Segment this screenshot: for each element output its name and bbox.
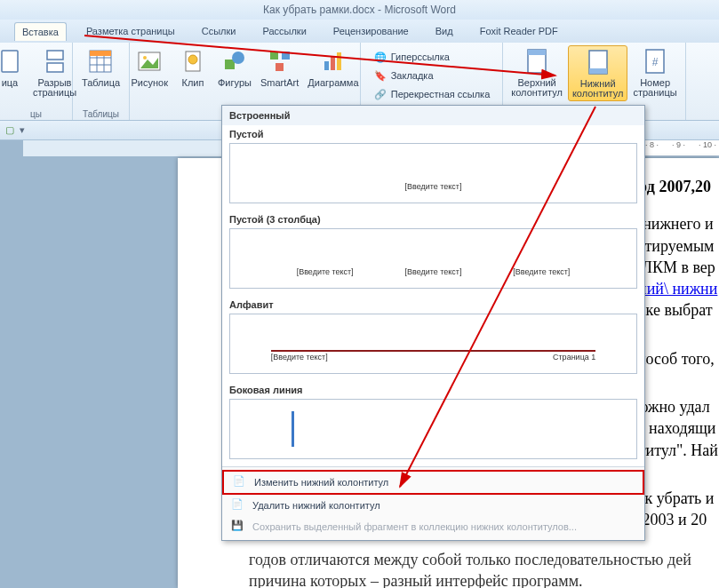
window-title: Как убрать рамки.docx - Microsoft Word <box>0 0 719 20</box>
label: Диаграмма <box>308 77 358 88</box>
svg-point-11 <box>143 56 147 60</box>
svg-rect-20 <box>331 56 335 70</box>
group-tables: Таблица Таблицы <box>73 43 130 120</box>
tab-insert[interactable]: Вставка <box>14 22 67 41</box>
picture-icon <box>135 47 164 75</box>
label: Клип <box>182 77 204 88</box>
cover-page-button[interactable]: ица <box>0 45 28 90</box>
tab-mailings[interactable]: Рассылки <box>255 22 313 40</box>
svg-point-15 <box>232 52 244 64</box>
chart-icon <box>319 47 348 75</box>
bookmark-button[interactable]: 🔖Закладка <box>370 68 437 83</box>
svg-rect-2 <box>47 63 63 72</box>
page-number-icon: # <box>641 47 669 75</box>
tab-references[interactable]: Ссылки <box>195 22 244 40</box>
label: Таблица <box>82 77 120 88</box>
footer-button[interactable]: Нижнийколонтитул <box>568 45 628 101</box>
svg-rect-18 <box>276 63 284 71</box>
page-number-button[interactable]: #Номерстраницы <box>629 45 680 99</box>
document-text-bottom: годов отличаются между собой только посл… <box>249 549 719 588</box>
smartart-icon <box>266 47 294 75</box>
page-icon <box>0 47 24 75</box>
group-label: Таблицы <box>83 107 119 119</box>
footer-icon <box>584 48 612 76</box>
group-pages: ица Разрыв страницы цы <box>0 43 73 120</box>
tab-view[interactable]: Вид <box>428 22 460 40</box>
qat-icon[interactable]: ▢ <box>5 124 14 136</box>
label: Фигуры <box>218 77 252 88</box>
smartart-button[interactable]: SmartArt <box>257 45 302 90</box>
preset-alphabet[interactable]: Алфавит [Введите текст]Страница 1 <box>222 296 644 381</box>
shapes-icon <box>220 47 249 75</box>
label: страницы <box>33 87 76 98</box>
header-icon <box>523 47 551 75</box>
svg-text:#: # <box>652 56 659 68</box>
label: Рисунок <box>131 77 168 88</box>
svg-rect-23 <box>528 50 546 55</box>
svg-rect-8 <box>90 51 111 56</box>
save-icon: 💾 <box>231 520 245 534</box>
clip-button[interactable]: Клип <box>173 45 212 90</box>
edit-icon: 📄 <box>233 475 247 489</box>
svg-rect-25 <box>589 68 607 74</box>
table-button[interactable]: Таблица <box>78 45 124 90</box>
preset-blank[interactable]: Пустой [Введите текст] <box>222 125 644 211</box>
globe-icon: 🌐 <box>373 50 387 64</box>
tab-page-layout[interactable]: Разметка страницы <box>79 22 182 40</box>
label: ица <box>2 77 19 88</box>
clip-icon <box>179 47 207 75</box>
preset-sideline[interactable]: Боковая линия <box>222 381 644 466</box>
svg-rect-17 <box>282 52 290 60</box>
svg-rect-16 <box>270 52 278 60</box>
remove-footer-item[interactable]: 📄 Удалить нижний колонтитул <box>222 495 644 516</box>
edit-footer-item[interactable]: 📄 Изменить нижний колонтитул <box>222 470 644 495</box>
svg-rect-0 <box>2 51 18 72</box>
delete-icon: 📄 <box>231 498 245 513</box>
group-label: цы <box>30 107 42 119</box>
tab-foxit[interactable]: Foxit Reader PDF <box>473 22 565 40</box>
svg-rect-19 <box>324 61 329 70</box>
tab-review[interactable]: Рецензирование <box>326 22 416 40</box>
footer-gallery-dropdown: Встроенный Пустой [Введите текст] Пустой… <box>221 105 645 541</box>
shapes-button[interactable]: Фигуры <box>214 45 255 90</box>
hyperlink-button[interactable]: 🌐Гиперссылка <box>370 49 453 65</box>
cross-ref-icon: 🔗 <box>373 87 387 101</box>
picture-button[interactable]: Рисунок <box>127 45 172 90</box>
page-break-icon <box>41 47 69 75</box>
svg-point-13 <box>188 55 197 64</box>
table-icon <box>86 47 115 75</box>
ribbon-tabs: Вставка Разметка страницы Ссылки Рассылк… <box>0 20 719 43</box>
bookmark-icon: 🔖 <box>373 68 387 83</box>
svg-rect-1 <box>47 51 63 60</box>
label: SmartArt <box>260 77 299 88</box>
save-selection-item: 💾 Сохранить выделенный фрагмент в коллек… <box>222 516 644 537</box>
chart-button[interactable]: Диаграмма <box>304 45 362 90</box>
svg-rect-21 <box>337 52 341 70</box>
preset-blank-3col[interactable]: Пустой (3 столбца) [Введите текст][Введи… <box>222 211 644 296</box>
gallery-header: Встроенный <box>222 106 644 125</box>
qat-dropdown[interactable]: ▾ <box>20 124 25 136</box>
cross-ref-button[interactable]: 🔗Перекрестная ссылка <box>370 86 494 102</box>
header-button[interactable]: Верхнийколонтитул <box>507 45 566 99</box>
